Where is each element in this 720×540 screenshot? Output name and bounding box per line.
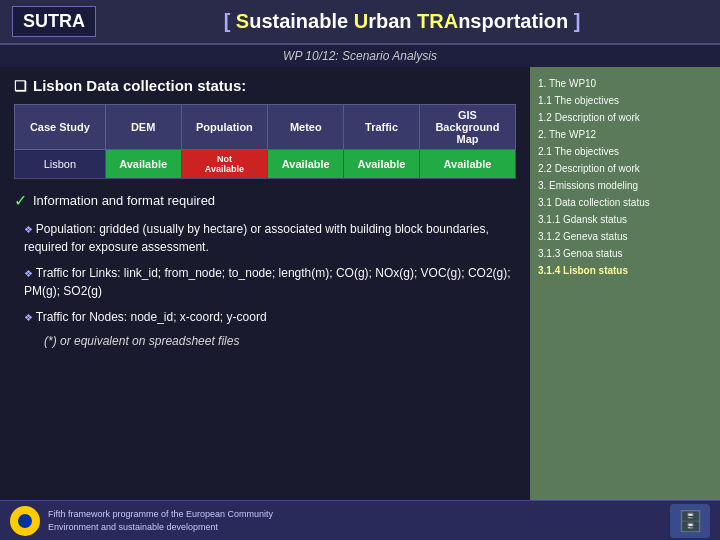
bullet-item-2: Traffic for Links: link_id; from_node; t… (14, 264, 516, 300)
right-sidebar: 1. The WP10 1.1 The objectives 1.2 Descr… (530, 67, 720, 527)
cell-traffic: Available (344, 150, 420, 179)
footer-bar: Fifth framework programme of the Europea… (0, 500, 720, 540)
sidebar-item-6[interactable]: 2.2 Description of work (538, 160, 712, 177)
col-header-gis: GISBackgroundMap (419, 105, 515, 150)
checkmark-icon: ✓ (14, 191, 27, 210)
sidebar-item-5[interactable]: 2.1 The objectives (538, 143, 712, 160)
footer-note: (*) or equivalent on spreadsheet files (14, 334, 516, 348)
sidebar-item-9[interactable]: 3.1.1 Gdansk status (538, 211, 712, 228)
col-header-dem: DEM (105, 105, 181, 150)
sidebar-item-12[interactable]: 3.1.4 Lisbon status (538, 262, 712, 279)
cell-meteo: Available (268, 150, 344, 179)
title-s: Sustainable (236, 10, 354, 32)
eu-logo-inner (15, 511, 35, 531)
title-tra: TRAnsportation (417, 10, 574, 32)
check-label: Information and format required (33, 193, 215, 208)
eu-logo (10, 506, 40, 536)
header: SUTRA [ Sustainable Urban TRAnsportation… (0, 0, 720, 45)
sidebar-item-3[interactable]: 1.2 Description of work (538, 109, 712, 126)
sidebar-item-4[interactable]: 2. The WP12 (538, 126, 712, 143)
footer-line1: Fifth framework programme of the Europea… (48, 508, 273, 521)
title-u: Urban (354, 10, 417, 32)
cell-gis: Available (419, 150, 515, 179)
footer-line2: Environment and sustainable development (48, 521, 273, 534)
sidebar-item-7[interactable]: 3. Emissions modeling (538, 177, 712, 194)
col-header-meteo: Meteo (268, 105, 344, 150)
sidebar-item-1[interactable]: 1. The WP10 (538, 75, 712, 92)
cell-population: NotAvailable (181, 150, 268, 179)
subtitle: WP 10/12: Scenario Analysis (0, 45, 720, 67)
sidebar-item-10[interactable]: 3.1.2 Geneva status (538, 228, 712, 245)
main-content: Lisbon Data collection status: Case Stud… (0, 67, 720, 527)
footer-database-icon: 🗄️ (670, 504, 710, 538)
bracket-close: ] (574, 10, 581, 32)
bracket-open: [ (224, 10, 236, 32)
cell-dem: Available (105, 150, 181, 179)
cell-case-study: Lisbon (15, 150, 106, 179)
bullet-item-1: Population: gridded (usually by hectare)… (14, 220, 516, 256)
bullet-item-3: Traffic for Nodes: node_id; x-coord; y-c… (14, 308, 516, 326)
left-panel: Lisbon Data collection status: Case Stud… (0, 67, 530, 527)
sidebar-item-11[interactable]: 3.1.3 Genoa status (538, 245, 712, 262)
col-header-case-study: Case Study (15, 105, 106, 150)
sutra-label: SUTRA (12, 6, 96, 37)
footer-text: Fifth framework programme of the Europea… (48, 508, 273, 533)
check-section: ✓ Information and format required (14, 191, 516, 210)
section-title: Lisbon Data collection status: (14, 77, 516, 94)
col-header-traffic: Traffic (344, 105, 420, 150)
col-header-population: Population (181, 105, 268, 150)
header-title: [ Sustainable Urban TRAnsportation ] (96, 10, 708, 33)
table-row: Lisbon Available NotAvailable Available … (15, 150, 516, 179)
sidebar-item-8[interactable]: 3.1 Data collection status (538, 194, 712, 211)
data-table: Case Study DEM Population Meteo Traffic … (14, 104, 516, 179)
sidebar-item-2[interactable]: 1.1 The objectives (538, 92, 712, 109)
